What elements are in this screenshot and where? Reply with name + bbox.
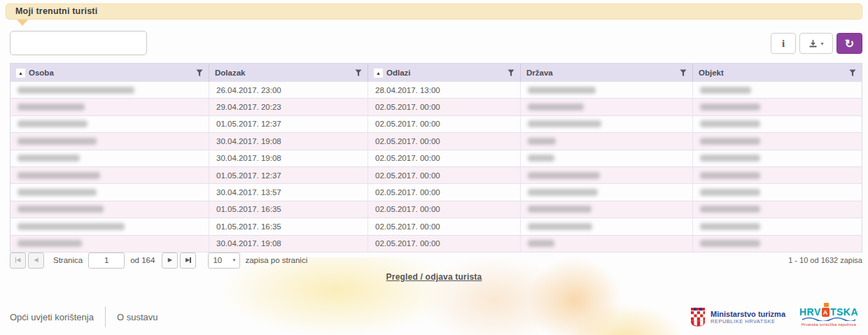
refresh-button[interactable]: ↻ [836,33,862,54]
redacted-person-link[interactable] [18,155,80,162]
next-page-icon: ▶ [168,257,172,263]
redacted-person-link[interactable] [18,189,97,196]
table-row: 01.05.2017. 12:37 02.05.2017. 00:00 [10,167,862,184]
review-checkout-tourists-link[interactable]: Pregled / odjava turista [386,272,482,282]
cell-dolazak: 01.05.2017. 16:35 [209,201,368,218]
redacted-object-link[interactable] [700,87,751,94]
table-header-row: ▲ Osoba Dolazak ▲ Odlazi Država Objekt [10,64,862,82]
redacted-object-link[interactable] [700,189,760,196]
cell-odlazi: 02.05.2017. 00:00 [368,150,521,166]
first-page-button[interactable]: ◀ [10,252,26,269]
chevron-down-icon: ▾ [233,257,236,263]
cell-dolazak: 26.04.2017. 23:00 [209,82,368,98]
filter-icon[interactable] [196,69,203,77]
ministry-name: Ministarstvo turizma [710,310,785,318]
redacted-object-link[interactable] [700,223,760,230]
column-header-dolazak[interactable]: Dolazak [209,64,368,82]
filter-icon[interactable] [355,69,362,77]
page-size-value: 10 [213,256,222,264]
table-row: 30.04.2017. 19:08 02.05.2017. 00:00 [10,133,862,150]
cell-osoba [10,167,209,183]
redacted-country [528,206,592,213]
pagination-bar: ◀ ◀ Stranica od 164 ▶ ▶ 10 ▾ zapisa po s… [10,251,862,269]
page-title: Moji trenutni turisti [6,3,862,20]
redacted-person-link[interactable] [18,104,85,111]
page-count-label: od 164 [130,256,155,264]
redacted-object-link[interactable] [700,240,760,247]
cell-dolazak: 30.04.2017. 19:08 [209,133,368,149]
htz-letter-a: A [823,308,828,318]
footer-links: Opći uvjeti korištenja O sustavu [0,306,158,327]
search-input[interactable] [10,31,147,55]
redacted-object-link[interactable] [700,138,760,145]
cell-dolazak: 30.04.2017. 19:08 [209,236,368,252]
redacted-person-link[interactable] [18,87,134,94]
last-page-icon [190,257,191,263]
cell-odlazi: 02.05.2017. 00:00 [368,116,521,132]
redacted-person-link[interactable] [18,138,97,145]
cell-odlazi: 28.04.2017. 13:00 [368,82,521,98]
page-number-input[interactable] [88,252,125,269]
redacted-object-link[interactable] [700,104,760,111]
filter-icon[interactable] [680,69,687,77]
info-button[interactable]: i [771,33,796,54]
redacted-country [528,223,592,230]
cell-objekt [693,82,862,98]
redacted-person-link[interactable] [18,223,125,230]
redacted-person-link[interactable] [18,120,88,127]
cell-odlazi: 02.05.2017. 00:00 [368,99,521,115]
export-button[interactable]: ▾ [799,33,833,54]
column-header-drzava[interactable]: Država [521,64,693,82]
redacted-person-link[interactable] [18,206,104,213]
redacted-object-link[interactable] [700,120,760,127]
cell-osoba [10,116,209,132]
titlebar-pointer [17,20,28,26]
cell-drzava [521,201,693,218]
column-header-odlazi[interactable]: ▲ Odlazi [368,64,521,82]
cell-osoba [10,82,209,98]
cell-objekt [693,201,862,218]
table-row: 30.04.2017. 13:57 02.05.2017. 00:00 [10,184,862,201]
page-label: Stranica [53,256,83,264]
footer-divider [105,306,106,327]
redacted-person-link[interactable] [18,240,82,247]
cell-drzava [521,184,693,200]
about-system-link[interactable]: O sustavu [117,312,158,322]
refresh-icon: ↻ [845,37,854,50]
footer: Opći uvjeti korištenja O sustavu [0,299,868,335]
cell-drzava [521,116,693,132]
previous-page-button[interactable]: ◀ [28,252,44,269]
redacted-object-link[interactable] [700,172,760,179]
cell-objekt [693,167,862,183]
records-info: 1 - 10 od 1632 zapisa [788,256,862,264]
cell-odlazi: 02.05.2017. 00:00 [368,167,521,183]
next-page-button[interactable]: ▶ [162,252,178,269]
redacted-country [528,240,554,247]
table-row: 01.05.2017. 12:37 02.05.2017. 00:00 [10,116,862,133]
redacted-object-link[interactable] [700,155,760,162]
cell-dolazak: 30.04.2017. 13:57 [209,184,368,200]
cell-objekt [693,184,862,200]
action-link-wrap: Pregled / odjava turista [0,270,868,283]
cell-osoba [10,150,209,166]
filter-icon[interactable] [849,69,856,77]
cell-odlazi: 02.05.2017. 00:00 [368,184,521,200]
terms-of-use-link[interactable]: Opći uvjeti korištenja [10,312,94,322]
page-size-select[interactable]: 10 ▾ [208,252,240,269]
htz-text-end: TSKA [830,307,858,317]
cell-osoba [10,99,209,115]
column-header-osoba[interactable]: ▲ Osoba [10,64,209,82]
redacted-country [528,155,554,162]
table-row: 29.04.2017. 20:23 02.05.2017. 00:00 [10,99,862,115]
last-page-button[interactable]: ▶ [180,252,196,269]
filter-icon[interactable] [507,69,514,77]
cell-dolazak: 01.05.2017. 16:35 [209,218,368,234]
redacted-person-link[interactable] [18,172,100,179]
column-header-objekt[interactable]: Objekt [693,64,862,82]
redacted-object-link[interactable] [700,206,760,213]
cell-dolazak: 01.05.2017. 12:37 [209,167,368,183]
cell-dolazak: 30.04.2017. 19:08 [209,150,368,166]
croatian-coat-of-arms-icon [690,307,706,327]
column-label: Odlazi [386,69,504,77]
table-row: 26.04.2017. 23:00 28.04.2017. 13:00 [10,82,862,99]
